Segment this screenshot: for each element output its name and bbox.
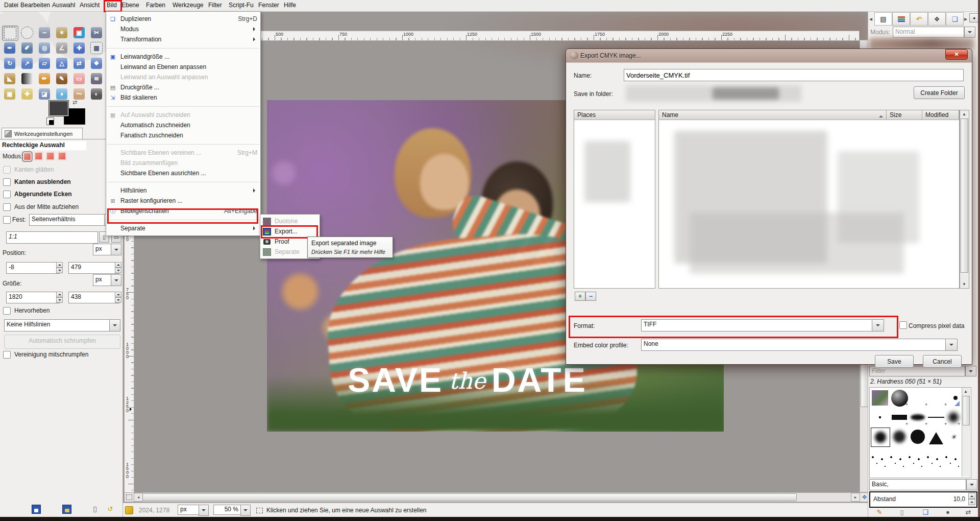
scissors-select-tool[interactable]: ✂ bbox=[89, 26, 104, 40]
hscroll-thumb[interactable] bbox=[142, 493, 797, 501]
submenu-item-export[interactable]: Export... bbox=[260, 226, 320, 236]
position-x-input[interactable]: -8 bbox=[6, 262, 60, 274]
cancel-button[interactable]: Cancel bbox=[923, 355, 962, 368]
perspective-clone-tool[interactable]: ◪ bbox=[37, 87, 52, 101]
paintbrush-tool[interactable]: ✎ bbox=[54, 72, 69, 86]
brush-clipboard[interactable] bbox=[871, 389, 889, 407]
dock-menu-button[interactable]: ◂ bbox=[969, 13, 978, 22]
menu-ansicht[interactable]: Ansicht bbox=[80, 2, 100, 9]
tab-pointer[interactable]: ❑ bbox=[946, 12, 964, 26]
places-header[interactable]: Places bbox=[574, 110, 655, 120]
dodge-burn-tool[interactable]: ◐ bbox=[89, 87, 104, 101]
zoom-dropdown-button[interactable] bbox=[240, 505, 251, 516]
brush-soft-blob[interactable] bbox=[890, 428, 909, 446]
ellipse-select-tool[interactable] bbox=[19, 26, 35, 40]
menu-item-bildeigenschaften[interactable]: ⓘ Bildeigenschaften Alt+Eingabe bbox=[106, 206, 260, 216]
rounded-corners-checkbox[interactable] bbox=[3, 191, 11, 198]
color-picker-tool[interactable]: ✐ bbox=[19, 41, 35, 55]
column-header-name[interactable]: Name bbox=[659, 110, 887, 120]
shrink-merged-checkbox[interactable] bbox=[3, 351, 11, 359]
size-height-input[interactable]: 438 bbox=[68, 292, 119, 303]
menu-bearbeiten[interactable]: Bearbeiten bbox=[20, 2, 50, 9]
profile-dropdown-button[interactable] bbox=[945, 339, 958, 351]
menu-item-fanatisch-zuschneiden[interactable]: Fanatisch zuschneiden bbox=[106, 130, 260, 140]
tab-layers[interactable]: ▤ bbox=[874, 12, 892, 26]
menu-scriptfu[interactable]: Script-Fu bbox=[229, 2, 254, 9]
tabs-scroll-right-icon[interactable]: ▸ bbox=[964, 15, 967, 22]
fixed-combo[interactable]: Seitenverhältnis bbox=[29, 214, 106, 226]
crop-tool[interactable]: ▦ bbox=[89, 41, 104, 55]
scale-tool[interactable]: ↗ bbox=[19, 56, 35, 70]
bucket-fill-tool[interactable]: ◣ bbox=[2, 72, 17, 86]
delete-brush-icon[interactable]: ● bbox=[944, 508, 952, 516]
menu-item-druckgroesse[interactable]: ▤ Druckgröße ... bbox=[106, 82, 260, 92]
layer-mode-combo[interactable]: Normal bbox=[893, 27, 964, 38]
menu-item-leinwand-ebenen[interactable]: Leinwand an Ebenen anpassen bbox=[106, 62, 260, 72]
autoshrink-button[interactable]: Automatisch schrumpfen bbox=[4, 335, 120, 349]
profile-combo[interactable]: None bbox=[641, 339, 946, 351]
airbrush-tool[interactable]: ≋ bbox=[89, 72, 104, 86]
menu-item-transformation[interactable]: Transformation bbox=[106, 34, 260, 44]
layer-mode-dropdown[interactable] bbox=[964, 27, 975, 38]
close-icon[interactable]: ✕ bbox=[945, 49, 968, 60]
heal-tool[interactable]: ✚ bbox=[19, 87, 35, 101]
remove-place-button[interactable]: − bbox=[585, 292, 596, 301]
size-height-spinner[interactable] bbox=[115, 292, 121, 302]
brush-texture[interactable]: ✳ bbox=[944, 428, 963, 446]
brush-splatter-row[interactable] bbox=[870, 453, 971, 473]
tab-undo[interactable]: ↶ bbox=[910, 12, 928, 26]
mode-subtract-button[interactable] bbox=[46, 152, 55, 160]
brush-set-dropdown[interactable] bbox=[966, 479, 977, 490]
tab-paths[interactable]: ❖ bbox=[928, 12, 946, 26]
fixed-checkbox[interactable] bbox=[3, 216, 11, 224]
delete-tool-options-icon[interactable]: ▯ bbox=[91, 505, 99, 513]
file-list-scrollbar[interactable]: ▲ ▼ bbox=[960, 110, 969, 289]
menu-farben[interactable]: Farben bbox=[146, 2, 165, 9]
column-header-size[interactable]: Size bbox=[887, 110, 922, 120]
refresh-brushes-icon[interactable]: ⇄ bbox=[964, 508, 972, 516]
paths-tool[interactable]: ✒ bbox=[2, 41, 17, 55]
default-colors-icon[interactable] bbox=[46, 117, 54, 125]
foreground-color-swatch[interactable] bbox=[48, 100, 69, 116]
menu-item-ebenen-ausrichten[interactable]: Sichtbare Ebenen ausrichten ... bbox=[106, 168, 260, 178]
size-unit-dropdown[interactable] bbox=[111, 274, 121, 286]
rotate-tool[interactable]: ↻ bbox=[2, 56, 17, 70]
cage-transform-tool[interactable]: ❖ bbox=[89, 56, 104, 70]
eraser-tool[interactable]: ▭ bbox=[71, 72, 87, 86]
spacing-slider[interactable]: Abstand 10,0 bbox=[869, 491, 977, 508]
menu-hilfe[interactable]: Hilfe bbox=[284, 2, 296, 9]
brush-set-combo[interactable]: Basic, bbox=[869, 479, 966, 490]
antialias-checkbox[interactable] bbox=[3, 166, 11, 174]
mode-intersect-button[interactable] bbox=[58, 152, 66, 160]
pencil-tool[interactable]: ✏ bbox=[37, 72, 52, 86]
compress-checkbox[interactable] bbox=[899, 321, 907, 329]
highlight-checkbox[interactable] bbox=[3, 307, 11, 315]
horizontal-scrollbar[interactable]: ◂ ▸ bbox=[133, 492, 861, 502]
menu-item-bild-skalieren[interactable]: ⇲ Bild skalieren bbox=[106, 92, 260, 103]
menu-werkzeuge[interactable]: Werkzeuge bbox=[173, 2, 203, 9]
position-x-spinner[interactable] bbox=[56, 262, 63, 273]
mode-add-button[interactable] bbox=[34, 152, 43, 160]
fuzzy-select-tool[interactable]: ✶ bbox=[54, 26, 69, 40]
filename-input[interactable] bbox=[624, 69, 964, 81]
reset-tool-options-icon[interactable]: ↺ bbox=[106, 505, 114, 513]
zoom-tool[interactable]: ◎ bbox=[37, 41, 52, 55]
brush-ellipse[interactable] bbox=[909, 408, 927, 427]
unit-dropdown-button[interactable] bbox=[199, 505, 209, 516]
menu-item-separate[interactable]: Separate bbox=[106, 223, 260, 233]
menu-item-raster-konfigurieren[interactable]: ⊞ Raster konfigurieren ... bbox=[106, 196, 260, 206]
quickmask-button[interactable] bbox=[124, 492, 134, 502]
position-y-input[interactable]: 479 bbox=[68, 262, 119, 274]
size-width-spinner[interactable] bbox=[56, 292, 63, 302]
tab-werkzeugeinstellungen[interactable]: Werkzeugeinstellungen bbox=[2, 128, 83, 139]
swap-colors-icon[interactable]: ⇄ bbox=[72, 99, 77, 106]
menu-bild[interactable]: Bild bbox=[107, 2, 117, 9]
menu-filter[interactable]: Filter bbox=[208, 2, 222, 9]
free-select-tool[interactable]: ∽ bbox=[37, 26, 52, 40]
file-list-pane[interactable]: Name Size Modified bbox=[658, 110, 960, 289]
perspective-tool[interactable]: △ bbox=[54, 56, 69, 70]
save-button[interactable]: Save bbox=[875, 355, 914, 368]
measure-tool[interactable]: ∠ bbox=[54, 41, 69, 55]
menu-auswahl[interactable]: Auswahl bbox=[52, 2, 75, 9]
size-width-input[interactable]: 1820 bbox=[6, 292, 60, 303]
